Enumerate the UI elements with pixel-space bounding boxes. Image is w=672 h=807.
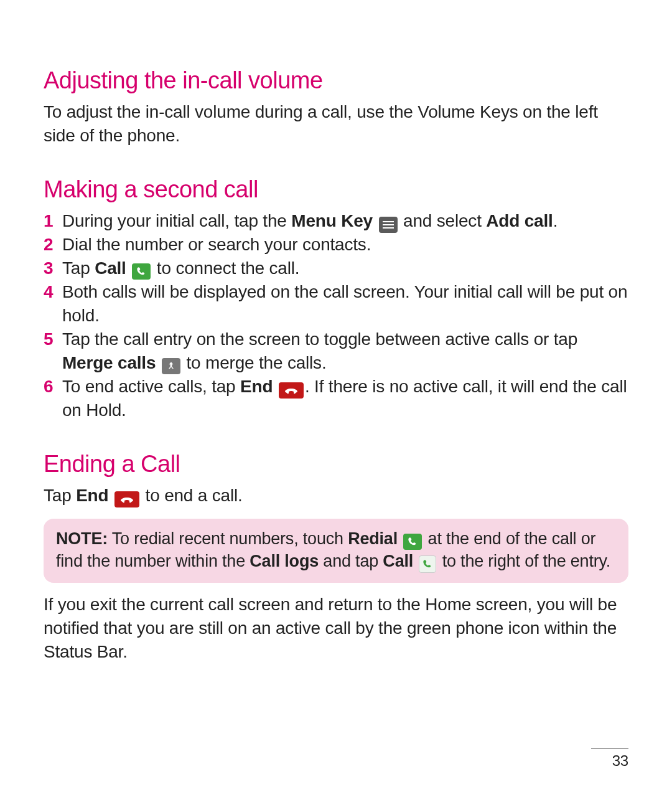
- svg-rect-2: [383, 227, 394, 229]
- step-text: During your initial call, tap the Menu K…: [62, 209, 628, 233]
- end-call-icon: [114, 491, 139, 507]
- footer-rule: [591, 748, 628, 748]
- page-number: 33: [612, 752, 628, 769]
- call-icon: [132, 263, 151, 280]
- step-text: Tap the call entry on the screen to togg…: [62, 328, 628, 375]
- step-number: 1: [44, 209, 62, 233]
- svg-rect-1: [383, 224, 394, 225]
- step-number: 5: [44, 328, 62, 351]
- step-2: 2 Dial the number or search your contact…: [44, 233, 628, 257]
- step-text: Dial the number or search your contacts.: [62, 233, 628, 257]
- step-4: 4 Both calls will be displayed on the ca…: [44, 280, 628, 328]
- merge-calls-icon: [162, 358, 180, 374]
- svg-rect-0: [383, 221, 394, 222]
- step-number: 6: [44, 375, 62, 399]
- body-after-note: If you exit the current call screen and …: [44, 593, 628, 664]
- body-adjusting-volume: To adjust the in-call volume during a ca…: [44, 100, 628, 148]
- steps-second-call: 1 During your initial call, tap the Menu…: [44, 209, 628, 422]
- step-3: 3 Tap Call to connect the call.: [44, 257, 628, 280]
- note-box: NOTE: To redial recent numbers, touch Re…: [44, 519, 628, 583]
- step-6: 6 To end active calls, tap End . If ther…: [44, 375, 628, 422]
- step-5: 5 Tap the call entry on the screen to to…: [44, 328, 628, 375]
- page-footer: 33: [591, 748, 628, 770]
- menu-key-icon: [379, 217, 398, 233]
- step-text: Tap Call to connect the call.: [62, 257, 628, 280]
- heading-ending-call: Ending a Call: [44, 451, 628, 478]
- step-number: 4: [44, 280, 62, 304]
- heading-second-call: Making a second call: [44, 176, 628, 203]
- manual-page: Adjusting the in-call volume To adjust t…: [0, 0, 672, 807]
- step-1: 1 During your initial call, tap the Menu…: [44, 209, 628, 233]
- call-small-icon: [419, 555, 436, 573]
- step-number: 2: [44, 233, 62, 257]
- step-text: To end active calls, tap End . If there …: [62, 375, 628, 422]
- end-call-icon: [279, 382, 304, 399]
- step-text: Both calls will be displayed on the call…: [62, 280, 628, 328]
- redial-icon: [403, 534, 422, 550]
- body-ending-call: Tap End to end a call.: [44, 484, 628, 507]
- heading-adjusting-volume: Adjusting the in-call volume: [44, 67, 628, 94]
- step-number: 3: [44, 257, 62, 280]
- note-label: NOTE:: [56, 529, 108, 548]
